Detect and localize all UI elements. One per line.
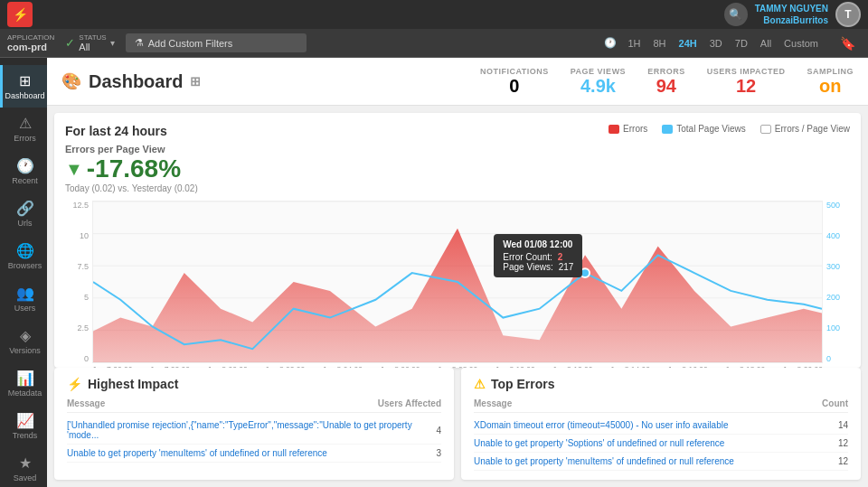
bookmark-button[interactable]: 🔖: [835, 36, 861, 51]
hi-users-col: Users Affected: [378, 398, 441, 408]
hi-row-2-count: 3: [414, 448, 441, 458]
epv-number: -17.68%: [87, 155, 181, 183]
status-selector[interactable]: ✓ STATUS All ▾: [65, 33, 114, 52]
sidebar-item-recent[interactable]: 🕐 Recent: [0, 150, 47, 192]
metadata-icon: 📊: [16, 370, 34, 387]
te-row-3-count: 12: [821, 456, 848, 466]
avatar[interactable]: T: [835, 2, 861, 27]
sidebar-item-users[interactable]: 👥 Users: [0, 277, 47, 320]
saved-icon: ★: [19, 454, 32, 472]
bottom-panels: ⚡ Highest Impact Message Users Affected …: [54, 368, 861, 480]
sidebar-item-errors[interactable]: ⚠ Errors: [0, 108, 47, 150]
chart-period: For last 24 hours: [65, 124, 198, 138]
trends-icon: 📈: [16, 412, 34, 429]
highest-impact-panel: ⚡ Highest Impact Message Users Affected …: [54, 368, 454, 480]
sidebar-item-versions[interactable]: ◈ Versions: [0, 320, 47, 362]
table-row: ['Unhandled promise rejection',{"name":"…: [67, 417, 441, 445]
sidebar-label-trends: Trends: [13, 431, 38, 440]
te-message-col: Message: [474, 398, 512, 408]
notifications-value: 0: [480, 76, 549, 96]
user-sub-text: BonzaiBurritos: [755, 14, 828, 26]
main-layout: ⊞ Dashboard ⚠ Errors 🕐 Recent 🔗 Urls 🌐 B…: [0, 58, 868, 487]
errors-label: ERRORS: [647, 67, 685, 76]
sidebar-label-urls: Urls: [18, 219, 33, 228]
metrics-bar: NOTIFICATIONS 0 PAGE VIEWS 4.9k ERRORS 9…: [480, 67, 854, 96]
sidebar-item-urls[interactable]: 🔗 Urls: [0, 192, 47, 235]
content-area: 🎨 Dashboard ⊞ NOTIFICATIONS 0 PAGE VIEWS…: [47, 58, 868, 487]
sidebar-label-dashboard: Dashboard: [5, 91, 44, 100]
legend-errors-label: Errors: [623, 124, 647, 134]
table-row: Unable to get property 'menuItems' of un…: [474, 453, 848, 471]
dashboard-header: 🎨 Dashboard ⊞ NOTIFICATIONS 0 PAGE VIEWS…: [47, 58, 868, 106]
table-row: XDomain timeout error (timeout=45000) - …: [474, 417, 848, 435]
sampling-label: SAMPLING: [807, 67, 854, 76]
highest-impact-header: Message Users Affected: [67, 398, 441, 413]
legend-epv-label: Errors / Page View: [775, 124, 850, 134]
te-row-2-count: 12: [821, 438, 848, 448]
dashboard-title: Dashboard: [89, 71, 183, 92]
top-errors-label: Top Errors: [491, 377, 555, 391]
top-errors-header: Message Count: [474, 398, 848, 413]
epv-value: ▼ -17.68%: [65, 155, 198, 183]
chevron-icon: ▾: [110, 38, 115, 48]
metric-sampling: SAMPLING on: [807, 67, 854, 96]
notifications-label: NOTIFICATIONS: [480, 67, 549, 76]
users-impacted-label: USERS IMPACTED: [707, 67, 786, 76]
time-7d[interactable]: 7D: [730, 35, 753, 52]
epv-comparison: Today (0.02) vs. Yesterday (0.02): [65, 183, 198, 193]
sidebar-item-metadata[interactable]: 📊 Metadata: [0, 362, 47, 405]
lightning-icon: ⚡: [67, 377, 82, 391]
sidebar-item-trends[interactable]: 📈 Trends: [0, 405, 47, 447]
app-name: com-prd: [7, 42, 54, 52]
epv-label: Errors per Page View: [65, 144, 198, 155]
logo: ⚡: [7, 2, 33, 27]
legend-pageviews: Total Page Views: [662, 124, 746, 134]
app-label: APPLICATION: [7, 33, 54, 42]
time-8h[interactable]: 8H: [647, 35, 671, 52]
epv-box: Errors per Page View ▼ -17.68% Today (0.…: [65, 144, 198, 193]
grid-icon[interactable]: ⊞: [190, 74, 201, 89]
sampling-value: on: [807, 76, 854, 96]
pageviews-value: 4.9k: [571, 76, 626, 96]
main-chart-area: 12.5107.552.50: [65, 201, 850, 363]
time-24h[interactable]: 24H: [674, 35, 703, 52]
table-row: Unable to get property 'Soptions' of und…: [474, 435, 848, 453]
legend-epv: Errors / Page View: [760, 124, 850, 134]
sidebar-label-browsers: Browsers: [8, 261, 42, 270]
sidebar-label-users: Users: [14, 304, 36, 313]
sidebar-item-saved[interactable]: ★ Saved: [0, 447, 47, 487]
sidebar: ⊞ Dashboard ⚠ Errors 🕐 Recent 🔗 Urls 🌐 B…: [0, 58, 47, 487]
chart-svg-area[interactable]: Wed 01/08 12:00 Error Count: 2 Page View…: [92, 201, 823, 363]
dashboard-title-area: 🎨 Dashboard ⊞: [61, 71, 469, 92]
time-custom[interactable]: Custom: [778, 35, 824, 52]
sub-bar: APPLICATION com-prd ✓ STATUS All ▾ ⚗ Add…: [0, 29, 868, 58]
epv-arrow-icon: ▼: [65, 159, 83, 180]
time-all[interactable]: All: [755, 35, 777, 52]
te-row-2-link[interactable]: Unable to get property 'Soptions' of und…: [474, 438, 821, 448]
time-1h[interactable]: 1H: [622, 35, 646, 52]
top-bar: ⚡ 🔍 TAMMY NGUYEN BonzaiBurritos T: [0, 0, 868, 29]
filter-icon: ⚗: [135, 37, 144, 49]
sidebar-item-dashboard[interactable]: ⊞ Dashboard: [0, 65, 47, 108]
search-button[interactable]: 🔍: [724, 3, 748, 26]
metric-errors: ERRORS 94: [647, 67, 685, 96]
metric-notifications: NOTIFICATIONS 0: [480, 67, 549, 96]
app-selector[interactable]: APPLICATION com-prd: [7, 33, 54, 52]
te-count-col: Count: [822, 398, 848, 408]
filter-label: Add Custom Filters: [148, 38, 233, 49]
hi-row-2-link[interactable]: Unable to get property 'menuItems' of un…: [67, 448, 414, 458]
hi-row-1-link[interactable]: ['Unhandled promise rejection',{"name":"…: [67, 420, 414, 440]
sidebar-item-browsers[interactable]: 🌐 Browsers: [0, 235, 47, 277]
te-row-3-link[interactable]: Unable to get property 'menuItems' of un…: [474, 456, 821, 466]
clock-icon: 🕐: [604, 37, 617, 49]
chart-legend: Errors Total Page Views Errors / Page Vi…: [609, 124, 850, 134]
te-row-1-link[interactable]: XDomain timeout error (timeout=45000) - …: [474, 420, 821, 430]
time-3d[interactable]: 3D: [704, 35, 728, 52]
user-info: TAMMY NGUYEN BonzaiBurritos: [755, 3, 828, 26]
table-row: Unable to get property 'menuItems' of un…: [67, 445, 441, 463]
recent-icon: 🕐: [16, 157, 34, 174]
errors-icon: ⚠: [19, 115, 32, 132]
status-value: All: [79, 42, 106, 52]
legend-pageviews-dot: [662, 125, 673, 134]
filter-button[interactable]: ⚗ Add Custom Filters: [126, 33, 307, 52]
